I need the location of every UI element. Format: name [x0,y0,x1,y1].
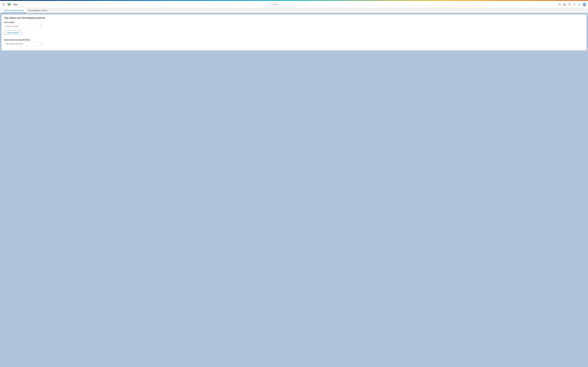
select-object-group: Select Object Select an Object ▾ [4,21,584,28]
svg-point-12 [9,3,11,5]
new-workflow-button[interactable]: + New Workflow [4,31,21,34]
notifications-button[interactable] [578,2,581,6]
card: Clay Object and Field Mapping Selector S… [1,14,587,50]
main-content: Clay Object and Field Mapping Selector S… [0,13,588,367]
select-object-label: Select Object [4,21,584,23]
setup-icon-button[interactable] [563,2,566,6]
select-object-wrapper: Select an Object ▾ [4,24,43,28]
plus-icon: + [6,32,7,33]
svg-rect-18 [565,4,566,4]
svg-rect-4 [3,4,4,5]
app-logo [7,2,11,7]
svg-rect-17 [563,4,564,4]
favorites-button[interactable] [558,2,562,6]
svg-point-23 [574,4,575,5]
edit-workflow-group: Optional (Edit Existing Workflow) Edit E… [4,39,584,46]
header: Clay [0,1,588,8]
header-left: Clay [2,2,17,7]
help-button[interactable] [568,2,571,6]
svg-rect-19 [563,5,564,5]
card-title: Clay Object and Field Mapping Selector [4,17,584,19]
svg-rect-0 [3,3,3,4]
svg-point-22 [569,5,570,5]
avatar[interactable] [582,2,586,6]
gear-button[interactable] [572,2,576,6]
svg-line-15 [271,5,271,5]
svg-rect-8 [4,5,5,5]
select-object-dropdown[interactable]: Select an Object [4,24,43,28]
svg-rect-2 [4,3,5,4]
header-right [558,2,586,6]
svg-rect-3 [3,4,3,5]
edit-workflow-wrapper: Edit Existing Workflow ▾ [4,42,43,46]
svg-rect-5 [4,4,5,5]
app-launcher-button[interactable] [2,2,6,6]
waffle-icon [2,3,5,6]
new-workflow-group: + New Workflow [4,31,584,37]
svg-rect-6 [3,5,3,5]
edit-workflow-dropdown[interactable]: Edit Existing Workflow [4,42,43,46]
header-search [17,2,558,7]
optional-label: Optional (Edit Existing Workflow) [4,39,584,41]
svg-point-11 [8,3,9,5]
svg-rect-20 [565,5,566,5]
search-box [268,2,307,7]
app-name: Clay [13,3,17,6]
search-icon [270,3,272,6]
search-input[interactable] [273,3,305,5]
svg-rect-1 [3,3,4,4]
tab-object-field-mapping[interactable]: Object and Field Mapping [2,8,26,13]
tab-clay-integration-events[interactable]: Clay Integration Events ▾ [26,8,50,13]
chevron-down-icon: ▾ [47,10,48,11]
tab-bar: Object and Field Mapping Clay Integratio… [0,8,588,13]
svg-point-25 [584,3,585,5]
svg-rect-7 [3,5,4,5]
new-workflow-label: New Workflow [8,32,19,33]
